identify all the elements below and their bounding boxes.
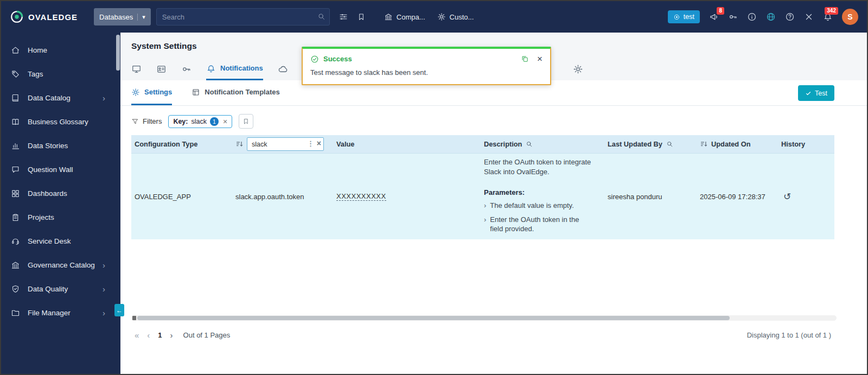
tab-notifications[interactable]: Notifications bbox=[206, 58, 263, 80]
brand-logo[interactable]: OVALEDGE bbox=[10, 10, 78, 24]
sidebar-item-projects[interactable]: Projects bbox=[1, 205, 120, 229]
search-icon[interactable] bbox=[317, 12, 326, 21]
environment-badge[interactable]: test bbox=[668, 10, 700, 23]
history-icon[interactable]: ↺ bbox=[781, 191, 791, 202]
tab-advanced-settings[interactable] bbox=[573, 58, 583, 80]
help-icon bbox=[785, 12, 795, 22]
sidebar-item-governance-catalog[interactable]: Governance Catalog› bbox=[1, 253, 120, 277]
sidebar-item-question-wall[interactable]: Question Wall bbox=[1, 157, 120, 181]
sidebar-item-tags[interactable]: Tags bbox=[1, 62, 120, 86]
tab-integrations[interactable] bbox=[278, 58, 288, 80]
chevron-right-icon: › bbox=[103, 260, 105, 270]
chip-remove-icon[interactable]: × bbox=[223, 117, 227, 126]
chevron-right-icon: › bbox=[103, 284, 105, 294]
chip-key-label: Key: bbox=[173, 118, 188, 125]
sidebar-item-label: File Manager bbox=[28, 309, 71, 317]
clear-filter-icon[interactable]: × bbox=[317, 139, 321, 148]
first-page-button[interactable]: « bbox=[135, 330, 139, 340]
table-header-row: Configuration Type ⋮ × Value Description bbox=[131, 135, 834, 154]
filters-button[interactable]: Filters bbox=[131, 117, 162, 125]
chat-icon bbox=[11, 165, 20, 174]
drag-handle-icon[interactable]: ⋮ bbox=[307, 139, 314, 148]
sidebar-item-file-manager[interactable]: File Manager› bbox=[1, 301, 120, 325]
tab-system[interactable] bbox=[131, 58, 142, 80]
subtab-notification-templates[interactable]: Notification Templates bbox=[192, 80, 279, 105]
alerts-count-badge: 342 bbox=[825, 7, 838, 15]
sort-icon[interactable] bbox=[235, 140, 244, 148]
id-card-icon bbox=[156, 64, 167, 74]
table-empty-area bbox=[120, 239, 867, 315]
sidebar-item-home[interactable]: Home bbox=[1, 38, 120, 62]
sidebar-item-label: Business Glossary bbox=[28, 118, 88, 126]
tab-security[interactable] bbox=[181, 58, 192, 80]
sidebar-item-label: Data Stories bbox=[28, 142, 68, 150]
col-label: Last Updated By bbox=[608, 140, 662, 148]
user-avatar[interactable]: S bbox=[842, 9, 858, 25]
bookmark-icon[interactable] bbox=[357, 12, 366, 21]
sidebar-collapse-button[interactable]: ← bbox=[114, 304, 124, 316]
sidebar-item-label: Question Wall bbox=[28, 166, 73, 174]
info-button[interactable] bbox=[747, 12, 757, 22]
context-dropdown[interactable]: Databases ▾ bbox=[94, 8, 151, 26]
col-label: Description bbox=[484, 140, 522, 148]
sidebar-item-data-quality[interactable]: Data Quality› bbox=[1, 277, 120, 301]
nav-customize-label: Custo... bbox=[450, 13, 474, 21]
check-icon bbox=[805, 90, 812, 97]
alerts-button[interactable]: 342 bbox=[823, 12, 833, 22]
scroll-left-arrow[interactable] bbox=[132, 316, 136, 320]
sidebar-item-data-stories[interactable]: Data Stories bbox=[1, 134, 120, 157]
headset-icon bbox=[11, 237, 20, 246]
sidebar-item-label: Dashboards bbox=[28, 189, 67, 198]
advanced-filter-icon[interactable] bbox=[339, 12, 348, 22]
toast-title: Success bbox=[323, 55, 352, 63]
sidebar-scrollbar-thumb[interactable] bbox=[116, 35, 120, 71]
close-view-button[interactable] bbox=[804, 12, 814, 22]
clipboard-icon bbox=[11, 213, 20, 222]
horizontal-scrollbar-thumb[interactable] bbox=[137, 316, 730, 320]
announcements-button[interactable]: 8 bbox=[709, 12, 719, 22]
search-icon[interactable] bbox=[666, 141, 673, 148]
copy-icon[interactable] bbox=[521, 55, 529, 63]
sidebar-item-business-glossary[interactable]: Business Glossary bbox=[1, 110, 120, 134]
next-page-button[interactable]: › bbox=[170, 330, 173, 340]
folder-icon bbox=[11, 308, 20, 317]
sidebar-item-data-catalog[interactable]: Data Catalog› bbox=[1, 86, 120, 110]
bullet-marker: › bbox=[484, 201, 486, 211]
top-navbar: OVALEDGE Databases ▾ Compa... Custo... t… bbox=[1, 1, 867, 33]
globe-button[interactable] bbox=[766, 12, 776, 22]
tab-users[interactable] bbox=[156, 58, 167, 80]
cloud-icon bbox=[278, 64, 288, 74]
sort-icon[interactable] bbox=[700, 140, 708, 148]
test-button-label: Test bbox=[815, 90, 827, 97]
toast-close-icon[interactable]: × bbox=[537, 54, 542, 63]
save-filter-button[interactable] bbox=[239, 114, 253, 129]
shield-check-icon bbox=[11, 284, 20, 294]
cell-updated-on: 2025-06-09 17:28:37 bbox=[697, 154, 778, 239]
api-keys-button[interactable] bbox=[728, 12, 738, 22]
previous-page-button[interactable]: ‹ bbox=[147, 330, 150, 340]
x-icon bbox=[804, 12, 814, 22]
sidebar-item-label: Data Quality bbox=[28, 285, 68, 293]
search-icon[interactable] bbox=[526, 141, 533, 148]
target-icon bbox=[673, 14, 680, 21]
filter-chip-key-slack[interactable]: Key: slack 1 × bbox=[168, 115, 232, 128]
bank-icon bbox=[11, 260, 20, 270]
subtab-settings-label: Settings bbox=[144, 88, 172, 96]
subtab-settings[interactable]: Settings bbox=[131, 80, 172, 105]
gear-icon bbox=[437, 12, 446, 21]
nav-company[interactable]: Compa... bbox=[384, 12, 425, 21]
pagination-bar: « ‹ 1 › Out of 1 Pages Displaying 1 to 1… bbox=[120, 321, 867, 345]
nav-customize[interactable]: Custo... bbox=[437, 12, 474, 21]
test-button[interactable]: Test bbox=[798, 85, 834, 101]
value-editable[interactable]: XXXXXXXXXX bbox=[336, 192, 386, 201]
tag-icon bbox=[11, 69, 20, 79]
col-value: Value bbox=[333, 140, 481, 148]
help-button[interactable] bbox=[785, 12, 795, 22]
toast-header: Success × bbox=[310, 54, 542, 63]
sidebar-item-service-desk[interactable]: Service Desk bbox=[1, 229, 120, 253]
app-window: OVALEDGE Databases ▾ Compa... Custo... t… bbox=[0, 0, 868, 375]
sidebar-item-dashboards[interactable]: Dashboards bbox=[1, 181, 120, 205]
description-intro: Enter the OAuth token to integrate Slack… bbox=[484, 157, 592, 176]
horizontal-scrollbar[interactable] bbox=[131, 315, 837, 321]
search-input[interactable] bbox=[156, 8, 330, 26]
